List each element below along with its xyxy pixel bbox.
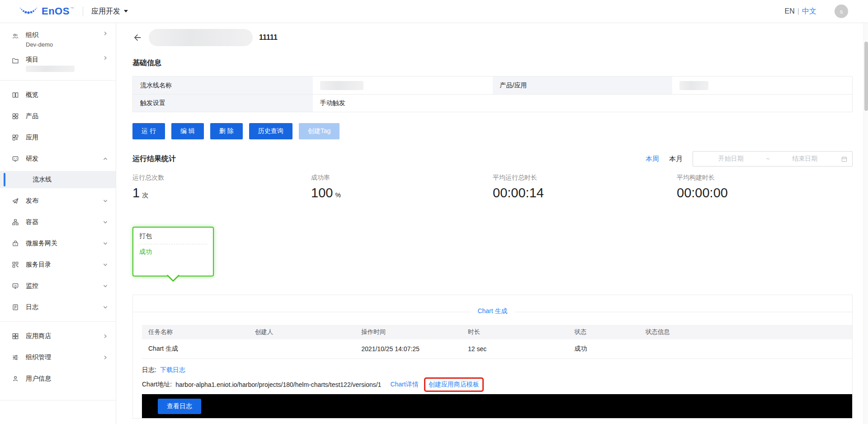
page-title: 11111 [259,33,278,42]
col-duration: 时长 [462,328,568,336]
project-label: 项目 [26,56,75,64]
stat-value: 00:00:00 [677,186,728,200]
basic-info-title: 基础信息 [132,58,853,68]
product-app-redacted [679,81,708,90]
filter-this-week[interactable]: 本周 [646,155,659,163]
stage-status: 成功 [139,248,207,256]
sidebar-collapse-button[interactable] [0,404,116,424]
run-button[interactable]: 运 行 [132,123,165,139]
pipeline-name-label: 流水线名称 [133,76,313,94]
log-doc-icon [12,304,19,311]
cell-operation-time: 2021/10/25 14:07:25 [355,345,462,353]
sidebar-item-appstore[interactable]: 应用商店 [0,325,116,347]
chevron-down-icon [103,284,108,288]
sidebar-item-org[interactable]: 组织 Dev-demo [0,28,116,52]
product-label: 产品 [26,112,38,120]
stat-label: 平均运行总时长 [493,174,677,182]
sidebar-item-log[interactable]: 日志 [0,296,116,318]
brand-trademark: ™ [70,6,74,10]
vertical-scrollbar[interactable] [863,23,868,424]
dev-label: 研发 [26,155,38,163]
org-label: 组织 [26,31,53,39]
stat-unit: % [335,191,340,199]
app-switcher-dropdown[interactable]: 应用开发 [91,7,128,16]
stat-label: 平均构建时长 [677,174,853,182]
delete-button[interactable]: 删 除 [210,123,243,139]
product-app-label: 产品/应用 [493,76,673,94]
view-log-button[interactable]: 查看日志 [158,399,201,414]
release-plane-icon [12,197,19,205]
app-label: 应用 [26,133,38,142]
stage-chevron-down-icon [166,275,180,283]
container-cluster-icon [12,219,19,226]
create-tag-button[interactable]: 创建Tag [299,123,340,139]
app-switcher-label: 应用开发 [91,7,120,16]
sidebar-item-project[interactable]: 项目 [0,52,116,76]
action-buttons: 运 行 编 辑 删 除 历史查询 创建Tag [132,123,853,139]
chart-detail-link[interactable]: Chart详情 [390,381,418,389]
project-value-redacted [26,66,75,72]
stat-avg-build-duration: 平均构建时长 00:00:00 [677,174,853,200]
monitor-icon [12,282,19,290]
project-folder-icon [12,57,19,64]
tab-chart-generate[interactable]: Chart 生成 [470,307,514,315]
filter-this-month[interactable]: 本月 [669,155,683,163]
lang-zh[interactable]: 中文 [802,7,816,15]
org-users-icon [12,33,19,40]
sidebar-item-org-mgmt[interactable]: 组织管理 [0,347,116,368]
scrollbar-thumb[interactable] [864,42,868,111]
product-grid-icon [12,113,19,120]
chevron-down-icon [103,199,108,203]
appstore-grid-icon [12,333,19,340]
trigger-label: 触发设置 [133,94,313,112]
app-root: EnOS ™ 应用开发 EN|中文 s [0,0,868,424]
avatar[interactable]: s [835,5,848,18]
stat-success-rate: 成功率 100% [311,174,493,200]
lang-en[interactable]: EN [785,7,795,15]
chevron-down-icon [103,305,108,310]
start-date-placeholder: 开始日期 [698,155,764,163]
sidebar-item-catalog[interactable]: 服务目录 [0,254,116,275]
user-icon [12,375,19,382]
lang-separator: | [797,7,799,15]
edit-button[interactable]: 编 辑 [171,123,204,139]
org-mgmt-label: 组织管理 [26,353,51,362]
caret-down-icon [124,10,128,13]
sidebar-item-gateway[interactable]: 微服务网关 [0,233,116,254]
sidebar-item-overview[interactable]: 概览 [0,84,116,105]
download-log-link[interactable]: 下载日志 [160,366,185,374]
sidebar-item-pipeline-active[interactable]: 流水线 [0,171,116,188]
brand-name: EnOS [42,5,70,18]
sidebar-item-app[interactable]: 应用 [0,127,116,148]
chart-address-value: harbor-alpha1.eniot.io/harbor/projects/1… [175,381,381,388]
cell-duration: 12 sec [462,345,568,353]
enos-logo[interactable]: EnOS ™ [19,5,74,18]
history-button[interactable]: 历史查询 [249,123,292,139]
monitor-label: 监控 [26,282,38,290]
sidebar-item-monitor[interactable]: 监控 [0,275,116,296]
main-content: 11111 基础信息 流水线名称 产品/应用 触发设置 手动触发 运 行 编 辑… [116,23,868,424]
stat-value: 100 [311,186,333,200]
back-arrow-icon[interactable] [132,33,142,42]
panel-body: 任务名称 创建人 操作时间 时长 状态 状态信息 Chart 生成 2021/1… [133,325,852,418]
create-store-template-link[interactable]: 创建应用商店模板 [429,381,479,388]
job-result-panel: Chart 生成 任务名称 创建人 操作时间 时长 状态 状态信息 Chart … [132,295,853,419]
stage-card-package[interactable]: 打包 成功 [132,227,214,276]
user-info-label: 用户信息 [26,375,51,383]
product-app-value [672,76,852,94]
container-label: 容器 [26,218,38,226]
topbar-divider [83,6,83,16]
stat-total-runs: 运行总次数 1次 [132,174,311,200]
annotation-highlight-box: 创建应用商店模板 [424,377,484,392]
sidebar-item-user-info[interactable]: 用户信息 [0,368,116,389]
sidebar-item-container[interactable]: 容器 [0,211,116,233]
sidebar-item-release[interactable]: 发布 [0,190,116,211]
sidebar: 组织 Dev-demo 项目 概览 [0,23,116,424]
sidebar-item-product[interactable]: 产品 [0,105,116,127]
topbar: EnOS ™ 应用开发 EN|中文 s [0,0,868,23]
sidebar-divider [0,400,116,400]
sidebar-item-dev[interactable]: 研发 [0,148,116,169]
date-range-picker[interactable]: 开始日期 ~ 结束日期 [693,151,853,167]
pipeline-name-redacted [320,81,363,90]
stats-filters: 本周 本月 开始日期 ~ 结束日期 [646,151,853,167]
